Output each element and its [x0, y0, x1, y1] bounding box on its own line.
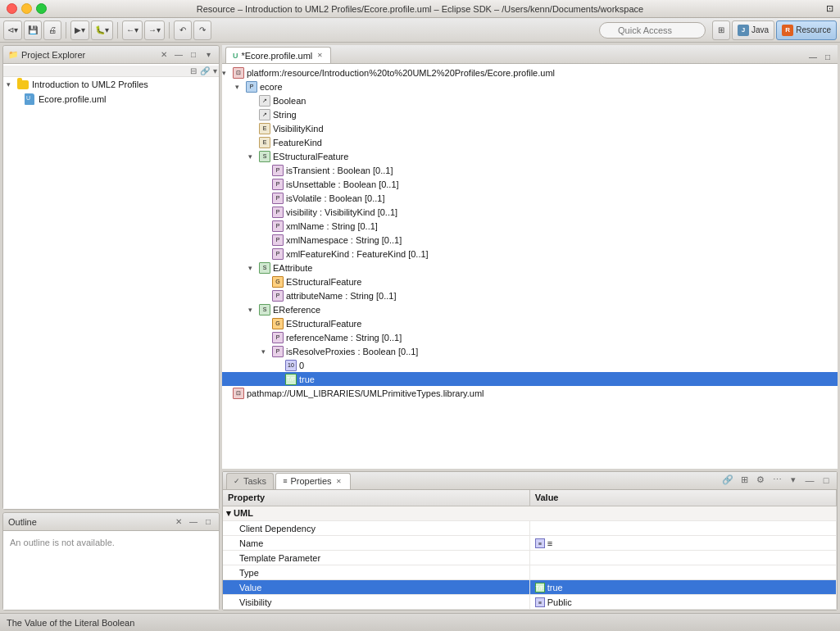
property-value-container [529, 565, 836, 580]
property-name-cell: Visibility [223, 595, 529, 610]
props-min-btn[interactable]: — [802, 473, 817, 488]
tree-node[interactable]: P visibility : VisibilityKind [0..1] [222, 205, 838, 219]
tree-node[interactable]: 10 0 [222, 358, 838, 372]
project-explorer-close[interactable]: ✕ [158, 49, 170, 61]
window-controls[interactable] [7, 3, 47, 14]
tree-node[interactable]: P isUnsettable : Boolean [0..1] [222, 177, 838, 191]
property-row[interactable]: Visibility ≡ Public [223, 595, 837, 610]
toolbar-btn-undo[interactable]: ↶ [174, 20, 192, 40]
explorer-link-btn[interactable]: 🔗 [200, 66, 210, 75]
editor-tree-area[interactable]: ▾ ⊡ platform:/resource/Introduction%20to… [222, 64, 838, 469]
tree-node[interactable]: P xmlNamespace : String [0..1] [222, 233, 838, 247]
tree-node-label: referenceName : String [0..1] [286, 333, 402, 343]
tasks-tab-label: Tasks [243, 476, 266, 486]
outline-close[interactable]: ✕ [173, 516, 184, 528]
props-more-btn[interactable]: ⋯ [770, 473, 784, 488]
tree-node-icon: P [271, 234, 284, 247]
properties-tab-close[interactable]: ✕ [335, 477, 343, 485]
props-advanced-btn[interactable]: ⚙ [753, 473, 768, 488]
property-row[interactable]: Type [223, 565, 837, 580]
toolbar-btn-new[interactable]: ⊲▾ [3, 20, 22, 40]
tree-node-label: attributeName : String [0..1] [286, 291, 397, 301]
tree-node[interactable]: ▾ P isResolveProxies : Boolean [0..1] [222, 344, 838, 358]
toolbar-btn-forward[interactable]: →▾ [144, 20, 165, 40]
tree-node[interactable]: ▾ S EReference [222, 302, 838, 316]
tree-node[interactable]: G EStructuralFeature [222, 275, 838, 288]
tree-node[interactable]: G EStructuralFeature [222, 316, 838, 330]
perspective-buttons: ⊞ J Java R Resource [712, 20, 837, 40]
outline-minimize[interactable]: — [188, 516, 199, 528]
props-minimize[interactable]: ▾ [786, 473, 801, 488]
property-name-cell: Type [223, 565, 529, 580]
tree-node[interactable]: ↗ String [222, 107, 838, 121]
ecore-tab-icon: U [233, 52, 238, 60]
toolbar-btn-run[interactable]: ▶▾ [70, 20, 89, 40]
editor-tab-ecore[interactable]: U *Ecore.profile.uml ✕ [225, 47, 331, 63]
property-row[interactable]: Client Dependency [223, 521, 837, 536]
tree-node[interactable]: T/F true [222, 372, 838, 386]
tree-node-icon: ⊡ [232, 387, 245, 400]
tree-node[interactable]: P xmlName : String [0..1] [222, 219, 838, 233]
tasks-tab[interactable]: ✓ Tasks [226, 473, 274, 489]
explorer-collapse-btn[interactable]: ⊟ [190, 66, 197, 75]
tree-node-icon: S [258, 303, 271, 316]
minimize-button[interactable] [21, 3, 32, 14]
tree-node[interactable]: P isVolatile : Boolean [0..1] [222, 191, 838, 205]
props-col-btn[interactable]: ⊞ [737, 473, 751, 488]
tree-node[interactable]: P attributeName : String [0..1] [222, 288, 838, 302]
window-resize-icon: ⊡ [826, 3, 833, 14]
group-name: ▾ UML [223, 506, 837, 521]
tree-node-label: Boolean [273, 96, 306, 106]
props-max-btn[interactable]: □ [819, 473, 833, 488]
project-explorer-header: 📁 Project Explorer ✕ — □ ▾ [3, 46, 219, 64]
outline-maximize[interactable]: □ [202, 516, 214, 528]
tree-node[interactable]: E VisibilityKind [222, 121, 838, 135]
tree-node[interactable]: P referenceName : String [0..1] [222, 330, 838, 344]
project-explorer-maximize[interactable]: □ [188, 49, 199, 61]
editor-maximize-btn[interactable]: □ [821, 50, 834, 63]
property-name-cell: Value [223, 580, 529, 595]
property-row[interactable]: Template Parameter [223, 551, 837, 565]
tree-node[interactable]: ⊡ pathmap://UML_LIBRARIES/UMLPrimitiveTy… [222, 386, 838, 400]
toolbar-btn-redo[interactable]: ↷ [193, 20, 211, 40]
tree-node[interactable]: ▾ S EStructuralFeature [222, 149, 838, 163]
toolbar-btn-back[interactable]: ←▾ [122, 20, 143, 40]
tree-node[interactable]: ▾ S EAttribute [222, 261, 838, 275]
tree-node[interactable]: ▾ ⊡ platform:/resource/Introduction%20to… [222, 66, 838, 79]
explorer-menu-btn[interactable]: ▾ [213, 66, 217, 75]
tree-node-icon: S [258, 261, 271, 275]
close-button[interactable] [7, 3, 17, 14]
resource-icon: R [782, 25, 793, 36]
toolbar-btn-print[interactable]: 🖨 [43, 20, 61, 40]
project-explorer-menu[interactable]: ▾ [202, 49, 214, 61]
tree-node[interactable]: P xmlFeatureKind : FeatureKind [0..1] [222, 247, 838, 261]
property-row[interactable]: Value T/F true [223, 580, 837, 595]
tree-node-label: FeatureKind [273, 138, 322, 148]
quick-access-input[interactable] [599, 22, 706, 39]
main-toolbar: ⊲▾ 💾 🖨 ▶▾ 🐛▾ ←▾ →▾ ↶ ↷ 🔍 ⊞ J Java R Reso… [0, 18, 840, 43]
toolbar-open-perspective[interactable]: ⊞ [712, 20, 730, 40]
toolbar-sep-1 [66, 22, 66, 39]
java-label: Java [751, 25, 769, 34]
right-section: U *Ecore.profile.uml ✕ — □ ▾ ⊡ platform:… [222, 45, 838, 611]
editor-tab-close[interactable]: ✕ [316, 52, 324, 60]
tree-item-folder[interactable]: ▾ Introduction to UML2 Profiles [3, 77, 219, 92]
property-row[interactable]: Name ≡ ≡ [223, 536, 837, 551]
tree-arrow: ▾ [261, 347, 271, 356]
resource-perspective-btn[interactable]: R Resource [776, 20, 837, 40]
tree-node-icon: P [271, 345, 284, 358]
maximize-button[interactable] [36, 3, 47, 14]
tree-node[interactable]: P isTransient : Boolean [0..1] [222, 163, 838, 177]
tree-node-icon: ⊡ [232, 66, 245, 79]
toolbar-btn-save[interactable]: 💾 [24, 20, 42, 40]
properties-tab[interactable]: ≡ Properties ✕ [275, 473, 350, 489]
tree-node[interactable]: ↗ Boolean [222, 93, 838, 107]
project-explorer-minimize[interactable]: — [173, 49, 184, 61]
tree-item-file[interactable]: Ecore.profile.uml [3, 92, 219, 107]
tree-node[interactable]: ▾ P ecore [222, 79, 838, 93]
tree-node[interactable]: E FeatureKind [222, 135, 838, 149]
editor-minimize-btn[interactable]: — [806, 50, 820, 63]
props-filter-btn[interactable]: 🔗 [720, 473, 735, 488]
java-perspective-btn[interactable]: J Java [732, 20, 774, 40]
toolbar-btn-debug[interactable]: 🐛▾ [91, 20, 113, 40]
